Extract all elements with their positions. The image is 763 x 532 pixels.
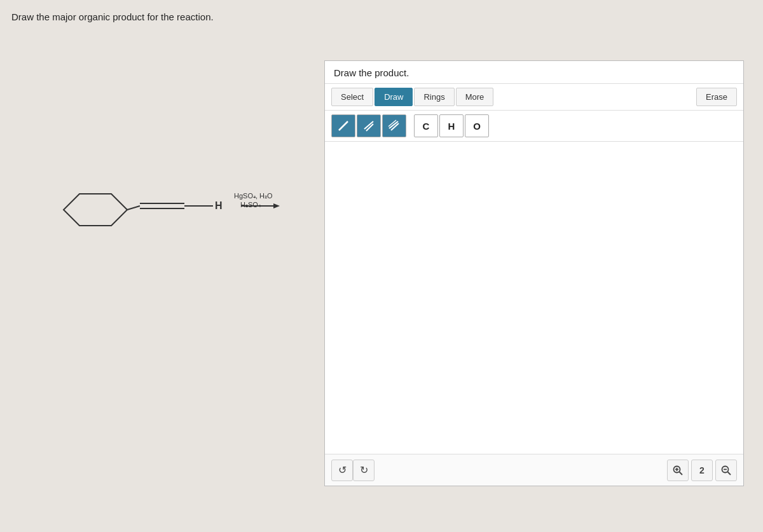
panel-title: Draw the product. xyxy=(325,61,743,84)
draw-panel: Draw the product. Select Draw Rings More… xyxy=(324,60,744,486)
oxygen-atom-button[interactable]: O xyxy=(465,114,489,137)
svg-line-21 xyxy=(728,472,731,475)
triple-bond-button[interactable] xyxy=(382,114,406,137)
zoom-fit-label: 2 xyxy=(699,465,705,475)
molecule-area: H HgSO₄, H₂O H₂SO₄ xyxy=(19,51,312,369)
draw-button[interactable]: Draw xyxy=(375,88,413,106)
svg-text:H: H xyxy=(215,200,223,211)
zoom-in-button[interactable] xyxy=(667,460,689,481)
molecule-svg: H HgSO₄, H₂O H₂SO₄ xyxy=(45,153,286,267)
zoom-fit-button[interactable]: 2 xyxy=(691,460,713,481)
single-bond-button[interactable] xyxy=(331,114,355,137)
erase-button[interactable]: Erase xyxy=(696,88,737,106)
redo-button[interactable]: ↻ xyxy=(353,460,375,481)
zoom-out-button[interactable] xyxy=(715,460,737,481)
toolbar: Select Draw Rings More Erase xyxy=(325,84,743,111)
canvas-area[interactable] xyxy=(325,142,743,465)
svg-marker-0 xyxy=(64,194,127,226)
bond-row: C H O xyxy=(325,111,743,142)
page-instruction: Draw the major organic product for the r… xyxy=(11,11,214,22)
svg-line-17 xyxy=(680,472,683,475)
more-button[interactable]: More xyxy=(456,88,494,106)
bottom-bar: ↺ ↻ 2 xyxy=(325,454,743,486)
rings-button[interactable]: Rings xyxy=(414,88,454,106)
select-button[interactable]: Select xyxy=(331,88,373,106)
svg-marker-7 xyxy=(273,203,280,208)
double-bond-button[interactable] xyxy=(357,114,381,137)
svg-line-5 xyxy=(127,206,140,210)
svg-text:H₂SO₄: H₂SO₄ xyxy=(240,201,261,208)
carbon-atom-button[interactable]: C xyxy=(414,114,438,137)
undo-button[interactable]: ↺ xyxy=(331,460,353,481)
svg-text:HgSO₄, H₂O: HgSO₄, H₂O xyxy=(234,192,273,200)
hydrogen-atom-button[interactable]: H xyxy=(439,114,464,137)
svg-line-10 xyxy=(339,121,348,130)
